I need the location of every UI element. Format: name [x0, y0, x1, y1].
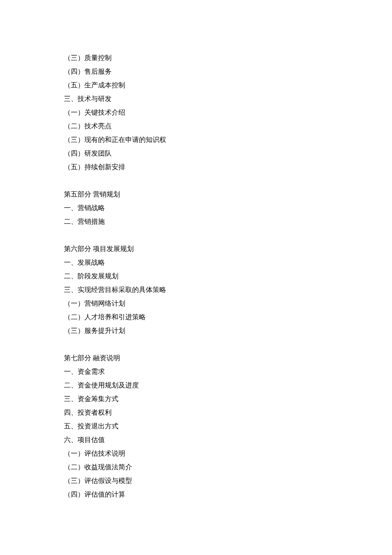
outline-item: 四、投资者权利	[64, 406, 328, 419]
outline-item: （五）生产成本控制	[64, 78, 328, 92]
outline-item: 二、阶段发展规划	[64, 269, 328, 283]
outline-item: （三）评估假设与模型	[64, 474, 328, 488]
outline-item: 第六部分 项目发展规划	[64, 242, 328, 256]
outline-item: 六、项目估值	[64, 433, 328, 447]
outline-item: （三）现有的和正在申请的知识权	[64, 133, 328, 147]
outline-item: （二）收益现值法简介	[64, 460, 328, 474]
outline-item: 三、实现经营目标采取的具体策略	[64, 283, 328, 297]
outline-item: 三、资金筹集方式	[64, 392, 328, 406]
outline-item: （二）人才培养和引进策略	[64, 310, 328, 324]
outline-item: 二、营销措施	[64, 215, 328, 228]
outline-item: 五、投资退出方式	[64, 419, 328, 433]
outline-item: （三）质量控制	[64, 51, 328, 65]
outline-item: （二）技术亮点	[64, 119, 328, 133]
outline-item: 第七部分 融资说明	[64, 351, 328, 365]
document-body: （三）质量控制（四）售后服务（五）生产成本控制三、技术与研发（一）关键技术介绍（…	[64, 51, 328, 501]
outline-item: 一、营销战略	[64, 201, 328, 215]
outline-item: 第五部分 营销规划	[64, 188, 328, 201]
outline-item: （一）营销网络计划	[64, 297, 328, 310]
outline-item: 一、发展战略	[64, 256, 328, 269]
outline-item: （五）持续创新安排	[64, 160, 328, 174]
blank-line	[64, 228, 328, 242]
blank-line	[64, 338, 328, 351]
outline-item: （四）研发团队	[64, 147, 328, 160]
outline-item: （一）评估技术说明	[64, 447, 328, 460]
outline-item: 一、资金需求	[64, 365, 328, 379]
outline-item: （四）评估值的计算	[64, 488, 328, 501]
outline-item: （四）售后服务	[64, 65, 328, 78]
outline-item: 三、技术与研发	[64, 92, 328, 106]
outline-item: 二、资金使用规划及进度	[64, 379, 328, 392]
outline-item: （一）关键技术介绍	[64, 106, 328, 119]
blank-line	[64, 174, 328, 188]
outline-item: （三）服务提升计划	[64, 324, 328, 338]
